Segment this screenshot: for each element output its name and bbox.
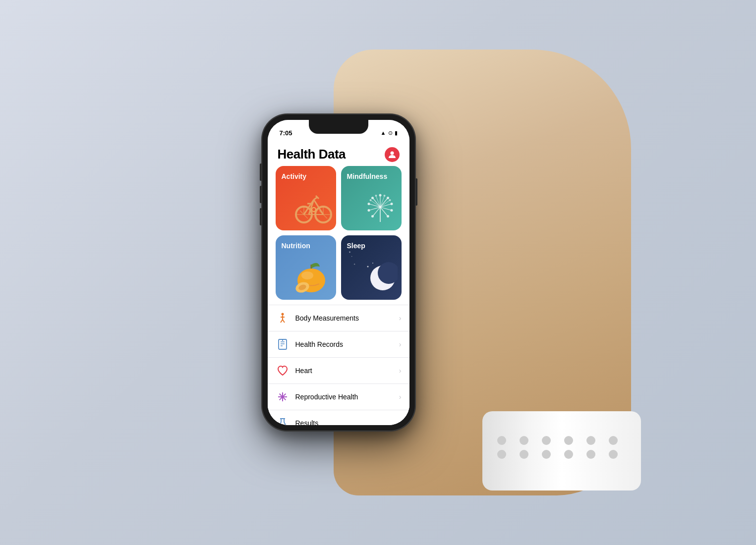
svg-point-10 — [312, 208, 316, 212]
app-title: Health Data — [278, 147, 346, 162]
svg-point-0 — [390, 151, 394, 155]
svg-point-69 — [281, 396, 284, 398]
svg-point-43 — [369, 199, 371, 201]
svg-point-35 — [371, 197, 374, 199]
heart-label: Heart — [295, 367, 393, 375]
body-measurements-chevron: › — [399, 314, 402, 322]
notch — [309, 120, 368, 134]
watch-band — [482, 411, 641, 490]
scene: 7:05 ▲ ⊙ ▮ Health Data — [155, 25, 601, 520]
body-measurements-icon — [276, 311, 290, 325]
svg-point-19 — [379, 194, 381, 197]
app-content: Health Data Activity — [268, 142, 409, 425]
mindfulness-dandelion-icon — [363, 190, 398, 226]
tile-sleep[interactable]: Sleep ✦ ✦ ✦ ✦ — [341, 235, 402, 300]
tiles-grid: Activity — [268, 166, 409, 305]
svg-point-21 — [387, 197, 389, 199]
wifi-icon: ⊙ — [388, 130, 393, 136]
tile-activity-label: Activity — [282, 172, 307, 180]
list-item-body-measurements[interactable]: Body Measurements › — [268, 305, 409, 331]
list-item-results[interactable]: Results › — [268, 410, 409, 425]
list-item-reproductive-health[interactable]: Reproductive Health › — [268, 384, 409, 410]
svg-point-37 — [383, 195, 385, 197]
svg-point-29 — [371, 215, 374, 218]
battery-icon: ▮ — [395, 130, 398, 136]
health-records-icon — [276, 337, 290, 351]
tile-mindfulness-label: Mindfulness — [347, 172, 388, 180]
svg-point-33 — [367, 203, 370, 205]
phone-wrapper: 7:05 ▲ ⊙ ▮ Health Data — [262, 114, 415, 431]
app-header: Health Data — [268, 142, 409, 166]
tile-sleep-label: Sleep — [347, 242, 365, 250]
svg-point-72 — [283, 424, 284, 425]
svg-point-25 — [390, 209, 393, 212]
results-label: Results — [295, 419, 393, 425]
reproductive-health-icon — [276, 390, 290, 404]
heart-icon — [276, 364, 290, 378]
sleep-moon-icon — [363, 259, 398, 296]
status-icons: ▲ ⊙ ▮ — [381, 130, 398, 136]
phone-screen: 7:05 ▲ ⊙ ▮ Health Data — [268, 120, 409, 425]
phone-outer: 7:05 ▲ ⊙ ▮ Health Data — [262, 114, 415, 431]
status-bar: 7:05 ▲ ⊙ ▮ — [268, 120, 409, 142]
tile-activity[interactable]: Activity — [276, 166, 336, 230]
svg-point-39 — [375, 195, 377, 197]
tile-mindfulness[interactable]: Mindfulness — [341, 166, 402, 230]
profile-button[interactable] — [385, 147, 400, 162]
reproductive-health-chevron: › — [399, 393, 402, 401]
svg-point-27 — [387, 215, 389, 218]
list-item-heart[interactable]: Heart › — [268, 358, 409, 384]
nutrition-peach-icon — [292, 257, 332, 296]
heart-chevron: › — [399, 367, 402, 375]
tile-nutrition-label: Nutrition — [282, 242, 310, 250]
svg-point-31 — [367, 209, 370, 212]
svg-point-50 — [372, 263, 373, 264]
health-records-chevron: › — [399, 340, 402, 348]
svg-point-41 — [389, 199, 391, 201]
activity-bike-icon — [295, 190, 332, 226]
svg-line-58 — [283, 320, 285, 323]
svg-point-23 — [390, 203, 393, 205]
svg-point-71 — [281, 425, 282, 426]
status-time: 7:05 — [280, 129, 292, 137]
svg-point-49 — [367, 266, 368, 268]
list-section: Body Measurements › — [268, 305, 409, 425]
signal-icon: ▲ — [381, 130, 386, 136]
list-item-health-records[interactable]: Health Records › — [268, 331, 409, 358]
svg-point-54 — [281, 313, 284, 316]
results-chevron: › — [399, 419, 402, 425]
results-icon — [276, 416, 290, 425]
reproductive-health-label: Reproductive Health — [295, 393, 393, 401]
svg-point-45 — [301, 272, 313, 279]
tile-nutrition[interactable]: Nutrition — [276, 235, 336, 300]
health-records-label: Health Records — [295, 340, 393, 348]
body-measurements-label: Body Measurements — [295, 314, 393, 322]
